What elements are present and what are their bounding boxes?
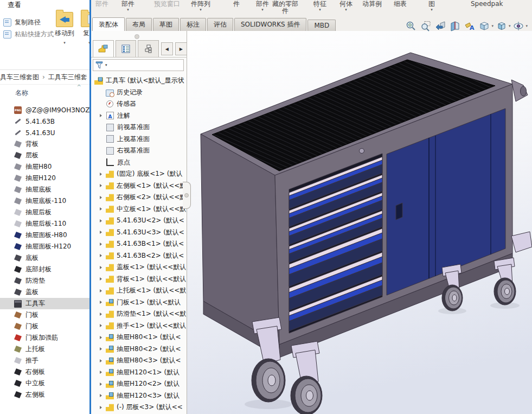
- key-lock[interactable]: [360, 149, 364, 154]
- ribbon-button[interactable]: Speedpak ▾: [471, 1, 501, 12]
- tree-item[interactable]: 5.41.63U<2> (默认<: [91, 215, 187, 227]
- file-row[interactable]: 底部封板: [0, 264, 89, 275]
- tree-item[interactable]: 原点: [91, 157, 187, 169]
- commandmanager-tab[interactable]: 装配体: [92, 17, 125, 31]
- expand-arrow-icon[interactable]: [100, 254, 106, 257]
- commandmanager-tab[interactable]: 布局: [126, 18, 152, 31]
- tree-item[interactable]: 背板<1> (默认<<默认: [91, 273, 187, 285]
- file-row[interactable]: 抽屉后板: [0, 207, 89, 218]
- tree-item[interactable]: 推手<1> (默认<<默认: [91, 320, 187, 332]
- expand-arrow-icon[interactable]: [100, 301, 106, 304]
- file-row[interactable]: 中立板: [0, 378, 89, 389]
- tree-item[interactable]: 抽屉H80<2> (默认<: [91, 343, 187, 355]
- ribbon-button[interactable]: 细表 ▾: [385, 1, 415, 12]
- file-row[interactable]: 工具车: [0, 298, 89, 309]
- file-row[interactable]: 层板: [0, 150, 89, 161]
- tree-item[interactable]: 门板<1> (默认<默认: [91, 297, 187, 309]
- display-style-icon[interactable]: [495, 20, 508, 33]
- featuremanager-tab[interactable]: [93, 40, 114, 57]
- expand-arrow-icon[interactable]: [100, 359, 106, 362]
- expand-arrow-icon[interactable]: [100, 243, 106, 246]
- file-row[interactable]: 右侧板: [0, 366, 89, 378]
- tree-item[interactable]: 左侧板<1> (默认<<默: [91, 180, 187, 192]
- tree-item[interactable]: 5.41.63U<3> (默认<: [91, 227, 187, 239]
- tree-item[interactable]: 历史记录: [91, 87, 187, 99]
- hide-show-items-icon[interactable]: [512, 20, 525, 33]
- tree-item[interactable]: 盖板<1> (默认<<默认: [91, 262, 187, 273]
- panel-splitter-dot[interactable]: [134, 34, 139, 39]
- zoom-to-fit-icon[interactable]: [405, 20, 418, 33]
- tree-item[interactable]: 中立板<1> (默认<<默: [91, 203, 187, 215]
- tree-item[interactable]: 抽屉H120<3> (默认: [91, 390, 187, 402]
- tree-item[interactable]: 右视基准面: [91, 145, 187, 157]
- file-row[interactable]: 5.41.63U: [0, 127, 89, 138]
- commandmanager-tab[interactable]: 草图: [153, 18, 179, 31]
- expand-arrow-icon[interactable]: [100, 219, 106, 222]
- chevron-down-icon[interactable]: ▾: [525, 24, 528, 28]
- expand-arrow-icon[interactable]: [100, 406, 106, 409]
- commandmanager-tab[interactable]: 标注: [180, 18, 206, 31]
- expand-arrow-icon[interactable]: [100, 383, 106, 386]
- previous-view-icon[interactable]: [434, 20, 447, 33]
- commandmanager-tab[interactable]: MBD: [307, 20, 336, 31]
- tree-item[interactable]: 防滑垫<1> (默认<<默: [91, 308, 187, 320]
- name-column-header[interactable]: 名称 ^: [15, 88, 86, 98]
- tool-cart-model[interactable]: [187, 31, 532, 414]
- expand-arrow-icon[interactable]: [100, 196, 106, 199]
- file-row[interactable]: @Z@@IM9OH3NOZ8: [0, 104, 89, 116]
- expand-arrow-icon[interactable]: [100, 277, 106, 281]
- tree-item[interactable]: 传感器: [91, 98, 187, 110]
- expand-arrow-icon[interactable]: [100, 114, 106, 117]
- expand-arrow-icon[interactable]: [100, 324, 106, 327]
- expand-arrow-icon[interactable]: [100, 336, 106, 339]
- tree-item[interactable]: 5.41.63B<1> (默认<: [91, 238, 187, 250]
- file-row[interactable]: 抽屉H120: [0, 173, 89, 184]
- move-to-button[interactable]: 移动到 ▾: [52, 12, 77, 46]
- view-orientation-icon[interactable]: [478, 20, 491, 33]
- file-row[interactable]: 上托板: [0, 343, 89, 355]
- ribbon-button[interactable]: 预览窗口 ▾: [152, 1, 182, 12]
- breadcrumb-part[interactable]: 具车三维套图: [0, 73, 39, 82]
- file-row[interactable]: 抽屉面板-H80: [0, 230, 89, 241]
- expand-arrow-icon[interactable]: [100, 371, 106, 374]
- file-row[interactable]: 门板: [0, 321, 89, 332]
- file-row[interactable]: 门板: [0, 309, 89, 321]
- tree-item[interactable]: 上视基准面: [91, 133, 187, 145]
- tree-filter-box[interactable]: ▾: [93, 59, 184, 71]
- propertymanager-tab[interactable]: [116, 40, 137, 57]
- tree-item[interactable]: 右侧板<2> (默认<<默: [91, 192, 187, 203]
- file-row[interactable]: 防滑垫: [0, 275, 89, 286]
- expand-arrow-icon[interactable]: [100, 313, 106, 316]
- tree-item[interactable]: 抽屉H80<1> (默认<: [91, 332, 187, 343]
- tree-item[interactable]: 抽屉H120<1> (默认: [91, 367, 187, 379]
- expand-arrow-icon[interactable]: [100, 289, 106, 292]
- expand-arrow-icon[interactable]: [100, 184, 106, 187]
- file-row[interactable]: 门板加强筋: [0, 332, 89, 343]
- configurationmanager-tab[interactable]: [138, 40, 159, 57]
- expand-arrow-icon[interactable]: [100, 266, 106, 269]
- ribbon-button[interactable]: 动算例 ▾: [357, 1, 387, 12]
- tree-item[interactable]: 抽屉H120<2> (默认: [91, 378, 187, 390]
- zoom-to-area-icon[interactable]: [419, 20, 432, 33]
- ribbon-button[interactable]: 藏的零部件 ▾: [270, 1, 300, 19]
- tree-item[interactable]: (固定) 底板<1> (默认: [91, 168, 187, 180]
- expand-arrow-icon[interactable]: [100, 231, 106, 234]
- file-row[interactable]: 抽屉底板: [0, 184, 89, 195]
- tree-item[interactable]: 抽屉H80<3> (默认<: [91, 355, 187, 367]
- copy-to-button[interactable]: 复制 ▾: [77, 12, 89, 46]
- file-row[interactable]: 抽屉底板-110: [0, 195, 89, 207]
- panel-scroll-right-button[interactable]: ▶: [175, 42, 187, 55]
- tree-item[interactable]: 工具车 (默认<默认_显示状: [91, 75, 187, 87]
- ribbon-button[interactable]: 部件 ▾: [113, 1, 143, 12]
- explorer-action[interactable]: 复制路径: [0, 16, 54, 28]
- chevron-down-icon[interactable]: ▾: [509, 24, 511, 28]
- annotation-visibility-icon[interactable]: A: [463, 20, 476, 33]
- tree-item[interactable]: 注解: [91, 110, 187, 122]
- ribbon-button[interactable]: 图 ▾: [416, 1, 447, 12]
- file-row[interactable]: 推手: [0, 355, 89, 366]
- tree-item[interactable]: 5.41.63B<2> (默认<: [91, 250, 187, 262]
- panel-collapse-handle[interactable]: [183, 182, 191, 209]
- panel-scroll-left-button[interactable]: ◀: [161, 42, 173, 55]
- section-view-icon[interactable]: [448, 20, 462, 33]
- explorer-action[interactable]: 粘贴快捷方式: [0, 28, 54, 40]
